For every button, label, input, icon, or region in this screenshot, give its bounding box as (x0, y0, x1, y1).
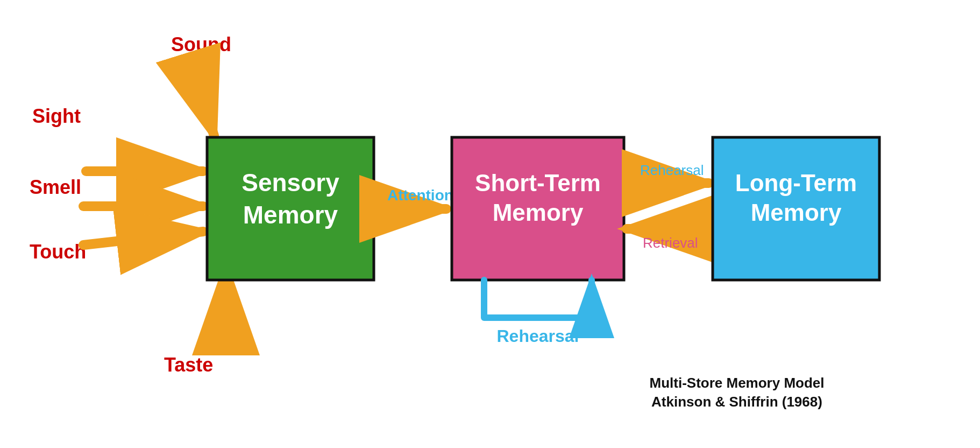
svg-line-4 (194, 70, 214, 136)
long-term-memory-text-line2: Memory (751, 199, 842, 226)
short-term-memory-text-line2: Memory (493, 199, 584, 226)
smell-label: Smell (30, 176, 81, 198)
svg-line-7 (83, 232, 203, 245)
rehearsal-loop-label: Rehearsal (497, 326, 579, 346)
citation-line1: Multi-Store Memory Model (649, 375, 824, 391)
short-term-memory-text-line1: Short-Term (475, 170, 601, 196)
retrieval-label: Retrieval (643, 235, 698, 251)
diagram: Sound Sight Smell Touch Taste Sensory Me… (0, 0, 980, 448)
long-term-memory-text-line1: Long-Term (735, 170, 857, 196)
sensory-memory-text-line2: Memory (243, 201, 338, 229)
sensory-memory-text-line1: Sensory (242, 169, 339, 197)
sight-label: Sight (32, 105, 81, 127)
touch-label: Touch (30, 241, 86, 263)
taste-label: Taste (164, 354, 213, 376)
rehearsal-stm-ltm-label: Rehearsal (640, 162, 704, 178)
citation-line2: Atkinson & Shiffrin (1968) (651, 394, 822, 410)
attention-label: Attention (387, 187, 453, 204)
sound-label: Sound (171, 33, 231, 55)
